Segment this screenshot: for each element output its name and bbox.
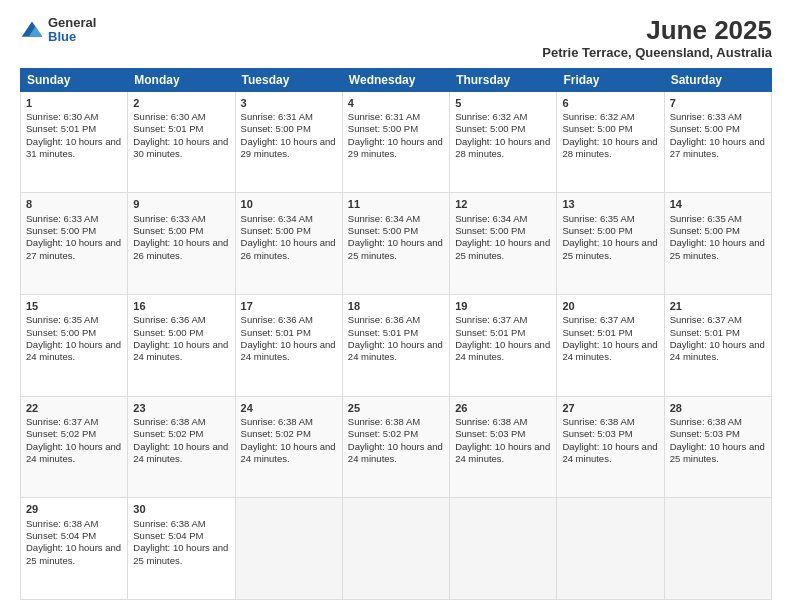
sunrise-text: Sunrise: 6:32 AM <box>455 111 527 122</box>
sunset-text: Sunset: 5:00 PM <box>348 225 418 236</box>
sunrise-text: Sunrise: 6:32 AM <box>562 111 634 122</box>
sunset-text: Sunset: 5:03 PM <box>562 428 632 439</box>
sunrise-text: Sunrise: 6:30 AM <box>26 111 98 122</box>
day-number: 8 <box>26 197 122 211</box>
sunrise-text: Sunrise: 6:38 AM <box>133 416 205 427</box>
day-number: 7 <box>670 96 766 110</box>
sunset-text: Sunset: 5:00 PM <box>348 123 418 134</box>
sunset-text: Sunset: 5:04 PM <box>133 530 203 541</box>
day-number: 14 <box>670 197 766 211</box>
day-number: 29 <box>26 502 122 516</box>
daylight-text: Daylight: 10 hours and 29 minutes. <box>241 136 336 159</box>
col-thursday: Thursday <box>450 68 557 91</box>
sunset-text: Sunset: 5:03 PM <box>670 428 740 439</box>
daylight-text: Daylight: 10 hours and 25 minutes. <box>26 542 121 565</box>
table-row: 11Sunrise: 6:34 AMSunset: 5:00 PMDayligh… <box>342 193 449 295</box>
day-number: 25 <box>348 401 444 415</box>
calendar-subtitle: Petrie Terrace, Queensland, Australia <box>542 45 772 60</box>
daylight-text: Daylight: 10 hours and 27 minutes. <box>670 136 765 159</box>
col-sunday: Sunday <box>21 68 128 91</box>
sunset-text: Sunset: 5:00 PM <box>562 225 632 236</box>
table-row: 22Sunrise: 6:37 AMSunset: 5:02 PMDayligh… <box>21 396 128 498</box>
calendar-table: Sunday Monday Tuesday Wednesday Thursday… <box>20 68 772 600</box>
daylight-text: Daylight: 10 hours and 24 minutes. <box>241 441 336 464</box>
table-row: 28Sunrise: 6:38 AMSunset: 5:03 PMDayligh… <box>664 396 771 498</box>
table-row: 12Sunrise: 6:34 AMSunset: 5:00 PMDayligh… <box>450 193 557 295</box>
sunset-text: Sunset: 5:01 PM <box>562 327 632 338</box>
table-row: 3Sunrise: 6:31 AMSunset: 5:00 PMDaylight… <box>235 91 342 193</box>
sunrise-text: Sunrise: 6:31 AM <box>241 111 313 122</box>
day-number: 10 <box>241 197 337 211</box>
daylight-text: Daylight: 10 hours and 26 minutes. <box>241 237 336 260</box>
table-row: 23Sunrise: 6:38 AMSunset: 5:02 PMDayligh… <box>128 396 235 498</box>
sunset-text: Sunset: 5:01 PM <box>348 327 418 338</box>
daylight-text: Daylight: 10 hours and 30 minutes. <box>133 136 228 159</box>
sunrise-text: Sunrise: 6:38 AM <box>348 416 420 427</box>
sunrise-text: Sunrise: 6:36 AM <box>241 314 313 325</box>
day-number: 24 <box>241 401 337 415</box>
sunrise-text: Sunrise: 6:36 AM <box>348 314 420 325</box>
sunrise-text: Sunrise: 6:34 AM <box>348 213 420 224</box>
sunrise-text: Sunrise: 6:38 AM <box>26 518 98 529</box>
daylight-text: Daylight: 10 hours and 24 minutes. <box>26 441 121 464</box>
calendar-week-2: 8Sunrise: 6:33 AMSunset: 5:00 PMDaylight… <box>21 193 772 295</box>
sunset-text: Sunset: 5:01 PM <box>133 123 203 134</box>
daylight-text: Daylight: 10 hours and 25 minutes. <box>562 237 657 260</box>
sunset-text: Sunset: 5:00 PM <box>26 327 96 338</box>
daylight-text: Daylight: 10 hours and 28 minutes. <box>455 136 550 159</box>
col-tuesday: Tuesday <box>235 68 342 91</box>
table-row: 8Sunrise: 6:33 AMSunset: 5:00 PMDaylight… <box>21 193 128 295</box>
sunrise-text: Sunrise: 6:38 AM <box>241 416 313 427</box>
daylight-text: Daylight: 10 hours and 24 minutes. <box>26 339 121 362</box>
table-row: 6Sunrise: 6:32 AMSunset: 5:00 PMDaylight… <box>557 91 664 193</box>
daylight-text: Daylight: 10 hours and 24 minutes. <box>670 339 765 362</box>
table-row: 18Sunrise: 6:36 AMSunset: 5:01 PMDayligh… <box>342 294 449 396</box>
title-block: June 2025 Petrie Terrace, Queensland, Au… <box>542 16 772 60</box>
day-number: 16 <box>133 299 229 313</box>
table-row <box>557 498 664 600</box>
table-row: 7Sunrise: 6:33 AMSunset: 5:00 PMDaylight… <box>664 91 771 193</box>
sunrise-text: Sunrise: 6:37 AM <box>26 416 98 427</box>
sunrise-text: Sunrise: 6:38 AM <box>133 518 205 529</box>
col-friday: Friday <box>557 68 664 91</box>
table-row <box>450 498 557 600</box>
table-row: 21Sunrise: 6:37 AMSunset: 5:01 PMDayligh… <box>664 294 771 396</box>
sunset-text: Sunset: 5:00 PM <box>670 225 740 236</box>
table-row: 19Sunrise: 6:37 AMSunset: 5:01 PMDayligh… <box>450 294 557 396</box>
sunset-text: Sunset: 5:01 PM <box>26 123 96 134</box>
daylight-text: Daylight: 10 hours and 26 minutes. <box>133 237 228 260</box>
sunrise-text: Sunrise: 6:30 AM <box>133 111 205 122</box>
calendar-week-1: 1Sunrise: 6:30 AMSunset: 5:01 PMDaylight… <box>21 91 772 193</box>
sunset-text: Sunset: 5:04 PM <box>26 530 96 541</box>
day-number: 21 <box>670 299 766 313</box>
logo: General Blue <box>20 16 96 45</box>
sunset-text: Sunset: 5:00 PM <box>26 225 96 236</box>
sunset-text: Sunset: 5:01 PM <box>455 327 525 338</box>
daylight-text: Daylight: 10 hours and 24 minutes. <box>455 441 550 464</box>
header: General Blue June 2025 Petrie Terrace, Q… <box>20 16 772 60</box>
daylight-text: Daylight: 10 hours and 31 minutes. <box>26 136 121 159</box>
sunrise-text: Sunrise: 6:36 AM <box>133 314 205 325</box>
day-number: 20 <box>562 299 658 313</box>
day-number: 28 <box>670 401 766 415</box>
day-number: 6 <box>562 96 658 110</box>
sunset-text: Sunset: 5:00 PM <box>241 123 311 134</box>
table-row <box>342 498 449 600</box>
sunrise-text: Sunrise: 6:37 AM <box>670 314 742 325</box>
daylight-text: Daylight: 10 hours and 25 minutes. <box>670 237 765 260</box>
table-row: 5Sunrise: 6:32 AMSunset: 5:00 PMDaylight… <box>450 91 557 193</box>
sunrise-text: Sunrise: 6:38 AM <box>455 416 527 427</box>
day-number: 23 <box>133 401 229 415</box>
table-row: 2Sunrise: 6:30 AMSunset: 5:01 PMDaylight… <box>128 91 235 193</box>
table-row: 26Sunrise: 6:38 AMSunset: 5:03 PMDayligh… <box>450 396 557 498</box>
col-saturday: Saturday <box>664 68 771 91</box>
sunset-text: Sunset: 5:02 PM <box>133 428 203 439</box>
sunrise-text: Sunrise: 6:33 AM <box>133 213 205 224</box>
calendar-week-5: 29Sunrise: 6:38 AMSunset: 5:04 PMDayligh… <box>21 498 772 600</box>
sunrise-text: Sunrise: 6:37 AM <box>562 314 634 325</box>
day-number: 1 <box>26 96 122 110</box>
table-row: 17Sunrise: 6:36 AMSunset: 5:01 PMDayligh… <box>235 294 342 396</box>
sunrise-text: Sunrise: 6:35 AM <box>26 314 98 325</box>
day-number: 22 <box>26 401 122 415</box>
day-number: 26 <box>455 401 551 415</box>
